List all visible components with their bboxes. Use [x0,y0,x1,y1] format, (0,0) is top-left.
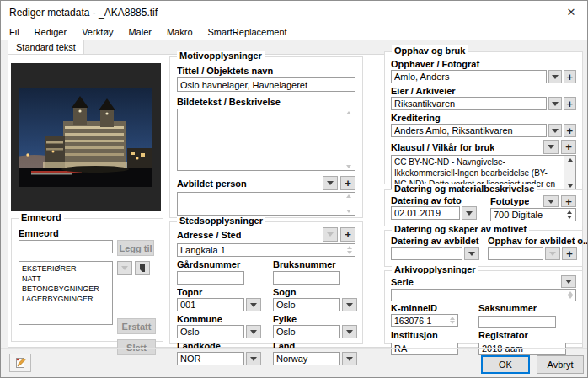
eier-dropdown-button[interactable] [548,97,561,110]
pencil-document-icon [13,356,27,370]
landkode-dropdown-button[interactable] [246,352,261,365]
fylke-dropdown-button[interactable] [342,325,357,338]
klausul-label: Klausul / Vilkår for bruk [391,142,494,152]
opphaver-dropdown-button[interactable] [548,70,561,83]
group-label-opphav: Opphav og bruk [392,45,468,56]
opphav-avbildet-label: Opphav for avbildet o... [488,236,588,246]
avbildet-person-dropdown-button[interactable] [323,176,338,190]
list-item[interactable]: NATT [22,274,110,284]
tittel-input[interactable] [177,77,355,92]
kreditering-input[interactable] [391,124,547,137]
eier-input[interactable] [391,97,547,110]
opphav-avbildet-add-button[interactable]: + [562,247,577,260]
group-label-sted: Stedsopplysninger [177,216,265,226]
erstatt-button[interactable]: Erstatt [117,318,156,334]
fototype-add-button[interactable]: + [561,195,576,207]
adresse-value: Langkaia 1 [180,245,226,255]
emneord-dropdown-button[interactable] [117,261,132,275]
eier-label: Eier / Arkiveier [391,86,576,96]
tab-standard-tekst[interactable]: Standard tekst [8,40,84,54]
sogn-input[interactable] [273,298,340,311]
opphav-avbildet-dropdown-button[interactable] [545,247,560,260]
registrator-label: Registrator [478,330,576,340]
bildetekst-textarea[interactable] [177,109,355,171]
kommune-dropdown-button[interactable] [246,325,261,338]
tittel-label: Tittel / Objektets navn [177,66,355,76]
thesaurus-icon [138,264,147,273]
group-datering-materiale: Datering og materialbeskrivelse Datering… [384,189,583,226]
window-title: Rediger metadata - _AKA8885.tif [9,7,158,19]
adresse-label: Adresse / Sted [177,230,241,240]
land-dropdown-button[interactable] [342,352,357,365]
topnr-input[interactable] [177,298,244,311]
datering-avbildet-input[interactable] [391,247,462,260]
bruksnummer-input[interactable] [273,271,340,285]
opphav-avbildet-input[interactable] [488,247,543,260]
group-arkivopplysninger: Arkivopplysninger Serie K-minneID 163076… [384,270,583,344]
land-input[interactable] [273,352,340,365]
cancel-button[interactable]: Avbryt [537,355,584,374]
adresse-dropdown-button[interactable] [323,227,338,242]
edit-template-button[interactable] [9,354,31,372]
serie-label: Serie [391,277,414,287]
opphaver-add-button[interactable]: + [564,70,576,83]
footer-divider [1,348,587,349]
opphaver-input[interactable] [391,70,547,83]
emneord-thesaurus-button[interactable] [135,261,150,275]
gardsnummer-label: Gårdsnummer [177,259,261,269]
saksnummer-input[interactable] [478,316,556,328]
adresse-box[interactable]: Langkaia 1 [177,243,355,257]
close-icon[interactable]: ✕ [562,4,580,21]
list-item[interactable]: BETONGBYGNINGER [22,284,110,294]
adresse-add-button[interactable]: + [340,227,355,242]
list-item[interactable]: LAGERBYGNINGER [22,294,110,304]
datering-foto-input[interactable] [391,206,460,220]
fototype-dropdown-button[interactable] [543,195,559,207]
menu-verktoy[interactable]: Verktøy [74,24,120,40]
menu-maler[interactable]: Maler [120,24,159,40]
sogn-dropdown-button[interactable] [342,298,357,311]
saksnummer-label: Saksnummer [478,303,576,313]
datering-avbildet-label: Datering av avbildet o... [391,236,481,246]
registrator-input[interactable] [478,343,566,355]
menu-fil[interactable]: Fil [1,24,27,40]
klausul-scrollbar[interactable] [564,156,575,190]
group-stedsopplysninger: Stedsopplysninger Adresse / Sted + Langk… [169,221,363,344]
landkode-label: Landkode [177,341,261,351]
kreditering-add-button[interactable]: + [564,124,576,137]
menu-makro[interactable]: Makro [159,24,200,40]
serie-dropdown-button[interactable] [561,275,576,288]
group-label-emneord: Emneord [19,212,64,222]
avbildet-person-label: Avbildet person [177,178,247,189]
group-opphav-og-bruk: Opphav og bruk Opphaver / Fotograf + Eie… [384,51,583,184]
opphaver-label: Opphaver / Fotograf [391,59,576,69]
klausul-add-button[interactable]: + [561,140,576,154]
kreditering-dropdown-button[interactable] [548,124,561,137]
datering-avbildet-dropdown-button[interactable] [464,247,479,260]
topnr-dropdown-button[interactable] [246,298,261,311]
menu-smartreplacement[interactable]: SmartReplacement [200,24,295,40]
kminneid-value: 163076-1 [394,316,431,326]
legg-til-button[interactable]: Legg til [117,240,154,256]
fylke-input[interactable] [273,325,340,338]
serie-box[interactable] [391,289,576,301]
avbildet-person-box[interactable] [177,192,355,216]
emneord-input[interactable] [19,240,113,253]
photo-oslo-havnelager [19,88,152,187]
datering-foto-dropdown-button[interactable] [462,206,477,220]
group-label-motiv: Motivopplysninger [177,51,265,61]
landkode-input[interactable] [177,352,244,365]
institusjon-label: Institusjon [391,330,467,340]
gardsnummer-input[interactable] [177,271,244,285]
kminneid-spinner[interactable]: 163076-1 [391,314,458,327]
list-item[interactable]: EKSTERIØRER [22,264,110,274]
eier-add-button[interactable]: + [564,97,576,110]
ok-button[interactable]: OK [481,355,530,374]
menu-rediger[interactable]: Rediger [27,24,75,40]
fototype-spinner[interactable]: 700 Digitale [490,208,576,221]
avbildet-person-add-button[interactable]: + [340,176,355,190]
emneord-list[interactable]: EKSTERIØRER NATT BETONGBYGNINGER LAGERBY… [19,261,113,325]
institusjon-input[interactable] [391,343,458,355]
klausul-dropdown-button[interactable] [543,140,559,154]
kommune-input[interactable] [177,325,244,338]
